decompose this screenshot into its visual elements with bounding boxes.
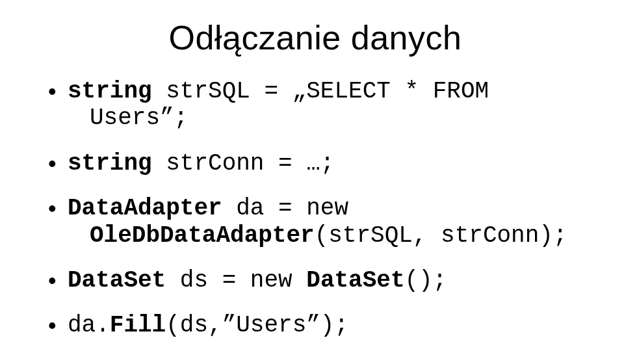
code-continuation: Users”; <box>68 105 585 131</box>
code-line-3: DataAdapter da = new OleDbDataAdapter(st… <box>46 195 585 249</box>
code-line-4: DataSet ds = new DataSet(); <box>46 267 585 294</box>
code-block: string strSQL = „SELECT * FROM Users”; s… <box>46 78 585 339</box>
code-text: (strSQL, strConn); <box>315 222 567 249</box>
code-text: da. <box>68 312 110 339</box>
code-text: (); <box>405 267 447 294</box>
method-name: Fill <box>110 312 166 339</box>
type-name: DataSet <box>68 267 166 294</box>
type-name: DataSet <box>306 267 404 294</box>
code-line-2: string strConn = …; <box>46 150 585 177</box>
keyword: string <box>68 150 152 177</box>
code-line-1: string strSQL = „SELECT * FROM Users”; <box>46 78 585 132</box>
keyword: string <box>68 78 152 105</box>
code-text: da = new <box>222 195 348 222</box>
type-name: OleDbDataAdapter <box>90 222 315 249</box>
code-line-5: da.Fill(ds,”Users”); <box>46 312 585 339</box>
code-text: (ds,”Users”); <box>166 312 348 339</box>
type-name: DataAdapter <box>68 195 222 222</box>
page-title: Odłączanie danych <box>46 18 585 57</box>
code-text: strSQL = „SELECT * FROM <box>152 78 489 105</box>
code-text: strConn = …; <box>152 150 335 177</box>
code-continuation: OleDbDataAdapter(strSQL, strConn); <box>68 222 585 249</box>
code-text: ds = new <box>166 267 306 294</box>
